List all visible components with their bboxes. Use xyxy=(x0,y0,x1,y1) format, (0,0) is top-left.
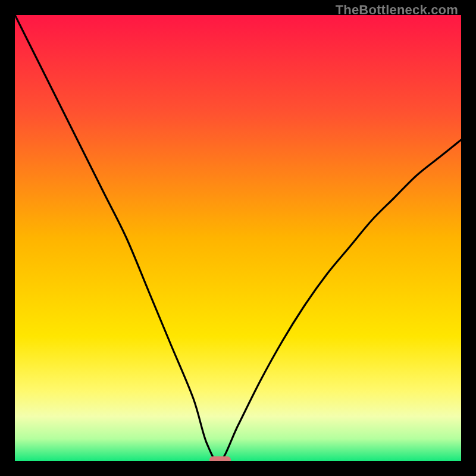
bottleneck-chart xyxy=(15,15,461,461)
chart-frame xyxy=(15,15,461,461)
optimal-marker xyxy=(209,456,231,461)
chart-background xyxy=(15,15,461,461)
